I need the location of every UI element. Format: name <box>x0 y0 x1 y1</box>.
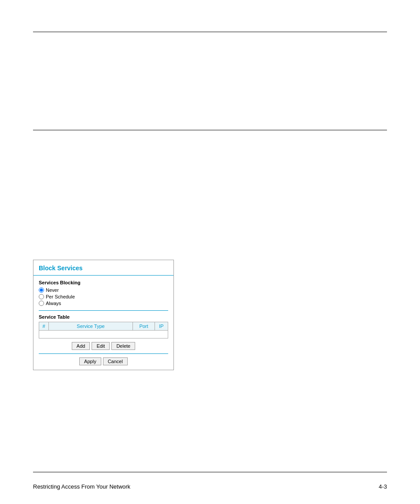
radio-never-label: Never <box>46 287 59 293</box>
panel-body: Services Blocking Never Per Schedule Alw… <box>33 276 173 370</box>
table-header-row: # Service Type Port IP <box>39 322 168 331</box>
bottom-button-row: Apply Cancel <box>39 357 168 365</box>
panel-title: Block Services <box>33 260 173 276</box>
table-row-empty <box>39 331 168 338</box>
service-table-label: Service Table <box>39 314 168 320</box>
cancel-button[interactable]: Cancel <box>103 357 128 365</box>
radio-group: Never Per Schedule Always <box>39 287 168 306</box>
col-port: Port <box>133 322 155 331</box>
footer-left-text: Restricting Access From Your Network <box>33 483 130 490</box>
table-body <box>39 331 168 338</box>
divider-1 <box>39 310 168 311</box>
page-container: Block Services Services Blocking Never P… <box>0 0 420 504</box>
apply-button[interactable]: Apply <box>79 357 101 365</box>
edit-button[interactable]: Edit <box>92 342 110 350</box>
col-ip: IP <box>155 322 168 331</box>
divider-2 <box>39 353 168 354</box>
block-services-panel: Block Services Services Blocking Never P… <box>33 260 174 370</box>
radio-per-schedule-input[interactable] <box>39 294 44 299</box>
delete-button[interactable]: Delete <box>111 342 135 350</box>
radio-always-input[interactable] <box>39 301 44 306</box>
service-table-section: Service Table # Service Type Port IP <box>39 314 168 338</box>
radio-per-schedule-label: Per Schedule <box>46 294 75 299</box>
radio-always[interactable]: Always <box>39 301 168 306</box>
add-button[interactable]: Add <box>72 342 90 350</box>
radio-never-input[interactable] <box>39 287 44 293</box>
col-hash: # <box>39 322 49 331</box>
bottom-rule <box>33 472 387 472</box>
services-blocking-label: Services Blocking <box>39 280 168 285</box>
radio-never[interactable]: Never <box>39 287 168 293</box>
radio-per-schedule[interactable]: Per Schedule <box>39 294 168 299</box>
col-service-type: Service Type <box>49 322 133 331</box>
radio-always-label: Always <box>46 301 61 306</box>
service-table: # Service Type Port IP <box>39 322 168 338</box>
footer-right-text: 4-3 <box>379 483 387 490</box>
middle-rule <box>33 130 387 130</box>
top-rule <box>33 32 387 32</box>
action-button-row: Add Edit Delete <box>39 342 168 350</box>
